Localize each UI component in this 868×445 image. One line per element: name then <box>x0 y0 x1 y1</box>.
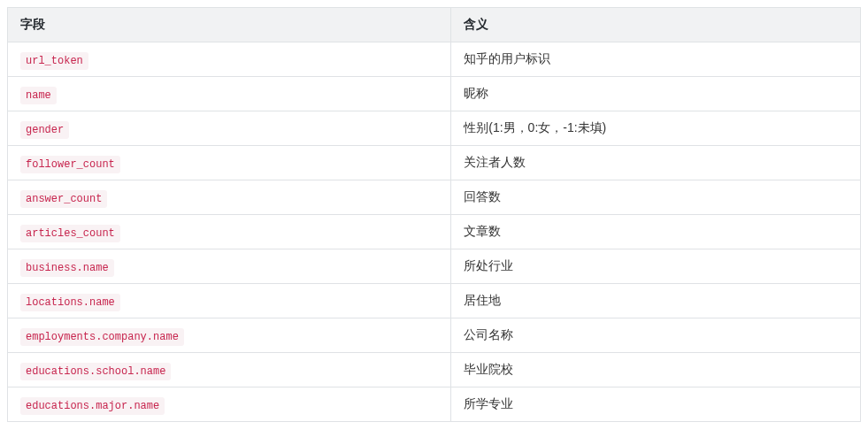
table-row: educations.major.name 所学专业 <box>8 387 861 422</box>
meaning-cell: 文章数 <box>451 215 861 249</box>
meaning-cell: 所学专业 <box>451 387 861 422</box>
field-code: name <box>20 87 57 104</box>
field-code: employments.company.name <box>20 328 184 346</box>
meaning-cell: 昵称 <box>451 77 861 111</box>
field-cell: name <box>8 77 451 111</box>
meaning-cell: 知乎的用户标识 <box>451 42 861 77</box>
meaning-cell: 毕业院校 <box>451 353 861 387</box>
field-code: locations.name <box>20 294 120 311</box>
field-cell: gender <box>8 111 451 146</box>
field-code: gender <box>20 121 69 139</box>
table-row: follower_count 关注者人数 <box>8 146 861 180</box>
meaning-cell: 回答数 <box>451 180 861 215</box>
meaning-cell: 所处行业 <box>451 249 861 284</box>
field-cell: business.name <box>8 249 451 284</box>
field-code: educations.school.name <box>20 363 171 380</box>
field-code: business.name <box>20 259 114 277</box>
table-row: answer_count 回答数 <box>8 180 861 215</box>
table-header-row: 字段 含义 <box>8 8 861 42</box>
table-row: url_token 知乎的用户标识 <box>8 42 861 77</box>
meaning-cell: 关注者人数 <box>451 146 861 180</box>
table-row: employments.company.name 公司名称 <box>8 318 861 353</box>
field-code: follower_count <box>20 156 120 173</box>
field-code: answer_count <box>20 190 107 208</box>
field-cell: follower_count <box>8 146 451 180</box>
field-cell: educations.major.name <box>8 387 451 422</box>
field-code: educations.major.name <box>20 397 165 415</box>
meaning-cell: 居住地 <box>451 284 861 318</box>
table-row: business.name 所处行业 <box>8 249 861 284</box>
field-code: articles_count <box>20 225 120 242</box>
table-row: gender 性别(1:男，0:女，-1:未填) <box>8 111 861 146</box>
field-definitions-table: 字段 含义 url_token 知乎的用户标识 name 昵称 gender 性… <box>7 7 861 422</box>
field-cell: answer_count <box>8 180 451 215</box>
field-cell: educations.school.name <box>8 353 451 387</box>
meaning-cell: 公司名称 <box>451 318 861 353</box>
table-row: articles_count 文章数 <box>8 215 861 249</box>
field-cell: articles_count <box>8 215 451 249</box>
field-cell: locations.name <box>8 284 451 318</box>
field-code: url_token <box>20 52 88 70</box>
table-row: name 昵称 <box>8 77 861 111</box>
table-row: educations.school.name 毕业院校 <box>8 353 861 387</box>
field-cell: employments.company.name <box>8 318 451 353</box>
table-row: locations.name 居住地 <box>8 284 861 318</box>
meaning-cell: 性别(1:男，0:女，-1:未填) <box>451 111 861 146</box>
header-field: 字段 <box>8 8 451 42</box>
header-meaning: 含义 <box>451 8 861 42</box>
field-cell: url_token <box>8 42 451 77</box>
